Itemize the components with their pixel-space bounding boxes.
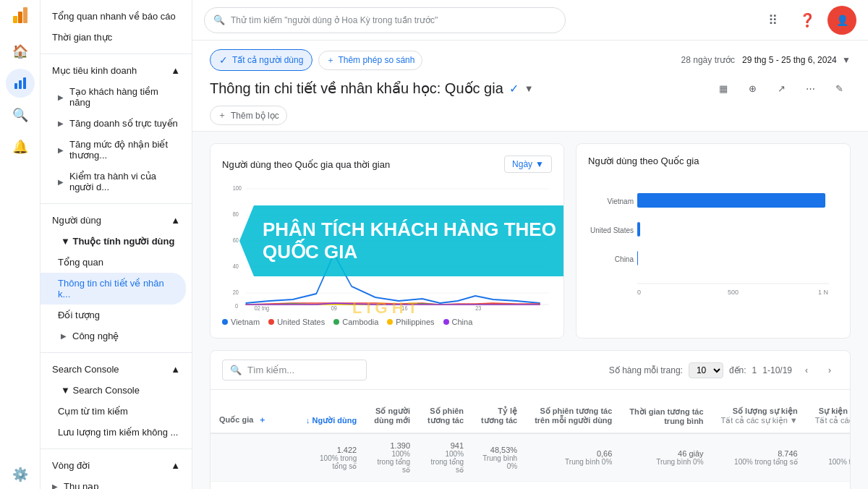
col-engagement-rate[interactable]: Tỷ lệtương tác (472, 390, 526, 433)
nav-awareness[interactable]: ▶ Tăng mức độ nhận biết thương... (41, 134, 192, 166)
totals-row: 1.422 100% trong tổng số 1.390 100% tron… (210, 433, 851, 482)
page-title: Thông tin chi tiết về nhân khẩu học: Quố… (210, 80, 503, 97)
totals-rate: 48,53% Trung bình 0% (472, 433, 526, 482)
svg-text:16: 16 (401, 305, 408, 312)
nav-acquisition[interactable]: ▶ Thu nạp (41, 476, 192, 489)
reports-icon-btn[interactable] (6, 69, 35, 98)
cell-users: 1.363 (297, 482, 365, 490)
grid-icon-btn[interactable]: ⠿ (758, 6, 787, 35)
col-new-users[interactable]: Số ngườidùng mới (365, 390, 419, 433)
chart-type-btn[interactable]: ▦ (712, 77, 735, 100)
explore-icon-btn[interactable]: 🔍 (6, 101, 35, 129)
prev-page-btn[interactable]: ‹ (798, 362, 815, 379)
nav-tech[interactable]: ▶ Công nghệ (41, 326, 192, 346)
nav-search-console[interactable]: ▼ Search Console (41, 380, 192, 401)
home-icon-btn[interactable]: 🏠 (6, 37, 35, 66)
chart-header-left: Người dùng theo Quốc gia qua thời gian N… (222, 156, 552, 173)
nav-divider-3 (41, 352, 192, 353)
col-country[interactable]: Quốc gia ＋ (210, 390, 297, 433)
nav-leads[interactable]: ▶ Tạo khách hàng tiềm năng (41, 81, 192, 113)
col-important-events[interactable]: Sự kiện quan trọngTất cả các sự kiện ▼ (807, 390, 851, 433)
add-comparison-btn[interactable]: ＋ Thêm phép so sánh (318, 51, 422, 70)
share-btn[interactable]: ↗ (770, 77, 793, 100)
nav-organic[interactable]: Lưu lượng tìm kiếm không ... (41, 422, 192, 443)
nav-sales[interactable]: ▶ Tăng doanh số trực tuyến (41, 113, 192, 134)
all-users-chip[interactable]: ✓ Tất cả người dùng (210, 49, 312, 71)
totals-users: 1.422 100% trong tổng số (297, 433, 365, 482)
totals-label (210, 433, 297, 482)
dropdown-arrow: ▼ (535, 159, 544, 169)
svg-text:United States: United States (590, 226, 634, 234)
chart-dropdown-day[interactable]: Ngày ▼ (504, 156, 552, 173)
alerts-icon-btn[interactable]: 🔔 (6, 132, 35, 161)
cell-rank: 1 Vietnam (210, 482, 297, 490)
date-range: 28 ngày trước 29 thg 5 - 25 thg 6, 2024 … (681, 55, 851, 65)
nav-behavior[interactable]: ▶ Kiểm tra hành vi của người d... (41, 166, 192, 197)
svg-text:20: 20 (233, 289, 239, 296)
nav-section-search[interactable]: Search Console ▲ (41, 359, 192, 380)
col-time[interactable]: Thời gian tương táctrung bình (621, 390, 712, 433)
calendar-icon[interactable]: ▼ (842, 55, 851, 65)
bar-chart: Người dùng theo Quốc gia Vietnam United … (576, 143, 851, 339)
content-area: Người dùng theo Quốc gia qua thời gian N… (192, 132, 868, 489)
svg-text:0: 0 (235, 302, 238, 310)
svg-text:500: 500 (728, 289, 739, 296)
cell-rate2: 0,67 (526, 482, 621, 490)
table-row: 1 Vietnam 1.363 1.330 918 49,17% 0,67 46… (210, 482, 851, 490)
col-sessions-per-user[interactable]: Số phiên tương táctrên mỗi người dùng (526, 390, 621, 433)
svg-rect-0 (13, 16, 17, 23)
svg-rect-25 (637, 193, 825, 208)
col-events[interactable]: Số lượng sự kiệnTất cả các sự kiện ▼ (712, 390, 807, 433)
nav-section-lifecycle[interactable]: Vòng đời ▲ (41, 455, 192, 476)
dropdown-icon[interactable]: ▼ (524, 83, 534, 94)
search-bar[interactable]: 🔍 Thử tìm kiếm "người dùng ở Hoa Kỳ tron… (204, 7, 566, 33)
cell-time: 46 giây (621, 482, 712, 490)
legend-us: United States (268, 318, 325, 326)
svg-text:09: 09 (331, 305, 338, 312)
col-sessions[interactable]: Số phiêntương tác (419, 390, 472, 433)
results-table: Quốc gia ＋ ↓ Người dùng Số ngườidùng mới… (210, 390, 851, 489)
chevron-up-icon-3: ▲ (171, 364, 180, 375)
nav-overview-users[interactable]: Tổng quan (41, 252, 192, 273)
svg-text:23: 23 (475, 305, 482, 312)
nav-section-business[interactable]: Mục tiêu kinh doanh ▲ (41, 60, 192, 81)
chart-header-right: Người dùng theo Quốc gia (588, 156, 838, 166)
avatar-btn[interactable]: 👤 (827, 6, 856, 35)
rows-per-page-select[interactable]: 10 25 50 (689, 362, 723, 378)
check-icon: ✓ (219, 54, 228, 66)
nav-section-users[interactable]: Người dùng ▲ (41, 210, 192, 231)
plus-icon: ＋ (326, 54, 335, 67)
nav-realtime[interactable]: Thời gian thực (41, 27, 192, 48)
filter-left: ✓ Tất cả người dùng ＋ Thêm phép so sánh (210, 49, 422, 71)
nav-user-attrs[interactable]: ▼ Thuộc tính người dùng (41, 231, 192, 252)
nav-demographic-detail[interactable]: Thông tin chi tiết về nhân k... (41, 273, 186, 305)
compare-btn[interactable]: ⊕ (741, 77, 764, 100)
bar-chart-area: Vietnam United States China 0 (588, 175, 838, 305)
legend-china: China (443, 318, 473, 326)
nav-divider-1 (41, 54, 192, 54)
totals-important: 103,00 100% trong tổng số (807, 433, 851, 482)
next-page-btn[interactable]: › (821, 362, 838, 379)
more-options-btn[interactable]: ⋯ (799, 77, 822, 100)
nav-overview[interactable]: Tổng quan nhanh về báo cáo (41, 6, 192, 27)
cell-new-users: 1.330 (365, 482, 419, 490)
totals-time: 46 giây Trung bình 0% (621, 433, 712, 482)
add-filter-btn[interactable]: ＋ Thêm bộ lọc (210, 106, 287, 125)
nav-audience[interactable]: Đối tượng (41, 305, 192, 326)
table-search[interactable]: 🔍 Tìm kiếm... (222, 360, 367, 380)
verified-icon: ✓ (509, 82, 519, 95)
nav-keywords[interactable]: Cụm từ tìm kiếm (41, 401, 192, 422)
cell-rate: 49,17% (472, 482, 526, 490)
edit-btn[interactable]: ✎ (827, 77, 851, 100)
help-icon-btn[interactable]: ❓ (793, 6, 822, 35)
col-users[interactable]: ↓ Người dùng (297, 390, 365, 433)
add-col-icon[interactable]: ＋ (258, 415, 266, 424)
top-bar-actions: ⠿ ❓ 👤 (758, 6, 856, 35)
filter-tag-row: ＋ Thêm bộ lọc (210, 106, 851, 125)
page-title-row: Thông tin chi tiết về nhân khẩu học: Quố… (210, 77, 851, 100)
legend-cambodia: Cambodia (333, 318, 378, 326)
time-series-chart: Người dùng theo Quốc gia qua thời gian N… (210, 143, 564, 339)
settings-icon-btn[interactable]: ⚙️ (6, 460, 35, 489)
top-bar: 🔍 Thử tìm kiếm "người dùng ở Hoa Kỳ tron… (192, 0, 868, 41)
chart-legend: Vietnam United States Cambodia (222, 318, 552, 326)
